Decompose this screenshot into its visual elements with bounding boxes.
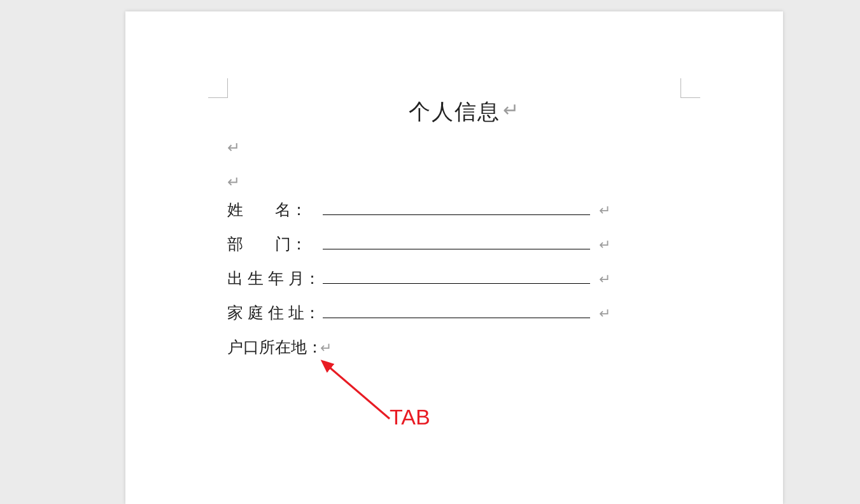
field-underline — [323, 200, 590, 215]
paragraph-mark-icon: ↵ — [599, 202, 610, 219]
document-page: 个人信息↵ ↵ ↵ 姓 名： ↵ 部 门： ↵ 出 生 年 月： ↵ 家 庭 住… — [125, 11, 783, 504]
margin-corner-top-left — [208, 78, 228, 98]
document-content: 个人信息↵ ↵ ↵ 姓 名： ↵ 部 门： ↵ 出 生 年 月： ↵ 家 庭 住… — [227, 97, 700, 371]
field-underline — [323, 304, 590, 318]
annotation-label: TAB — [390, 405, 430, 430]
field-underline — [323, 269, 590, 284]
form-row-birthdate: 出 生 年 月： ↵ — [227, 268, 700, 302]
document-title: 个人信息 — [409, 99, 500, 123]
field-label: 姓 名： — [227, 199, 316, 220]
paragraph-mark-icon: ↵ — [227, 139, 240, 157]
paragraph-mark-icon: ↵ — [599, 237, 610, 253]
paragraph-mark-icon: ↵ — [599, 271, 610, 288]
paragraph-mark-icon: ↵ — [227, 173, 240, 191]
form-row-department: 部 门： ↵ — [227, 234, 700, 268]
empty-paragraph: ↵ — [227, 130, 700, 165]
paragraph-mark-icon: ↵ — [599, 305, 610, 322]
margin-corner-top-right — [680, 78, 700, 98]
field-label: 部 门： — [227, 234, 316, 255]
field-label: 家 庭 住 址： — [227, 302, 316, 323]
svg-line-1 — [328, 366, 390, 419]
title-line: 个人信息↵ — [227, 97, 700, 127]
paragraph-mark-icon: ↵ — [320, 340, 332, 356]
field-label: 户口所在地： — [227, 337, 316, 358]
field-underline — [323, 235, 590, 249]
form-row-address: 家 庭 住 址： ↵ — [227, 302, 700, 337]
empty-paragraph: ↵ — [227, 165, 700, 199]
form-row-hukou: 户口所在地： ↵ — [227, 337, 700, 371]
paragraph-mark-icon: ↵ — [503, 99, 519, 120]
field-label: 出 生 年 月： — [227, 268, 316, 289]
form-row-name: 姓 名： ↵ — [227, 199, 700, 234]
